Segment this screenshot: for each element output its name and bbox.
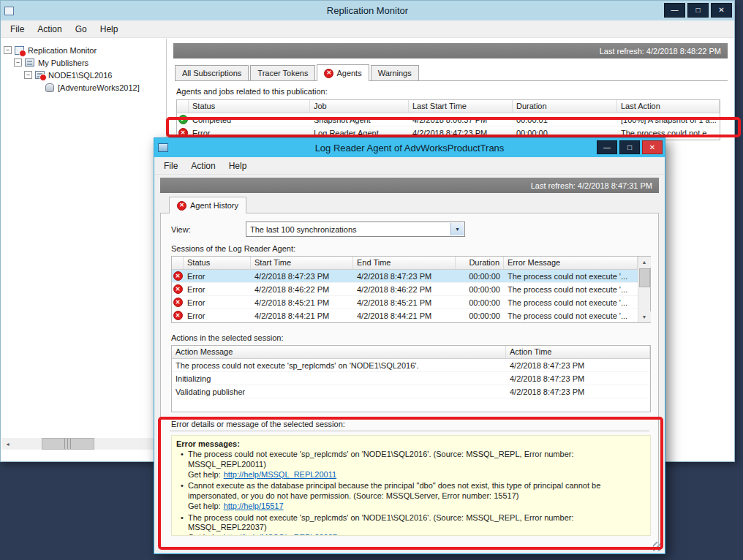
scroll-up-icon[interactable]: ▲ [638, 257, 651, 268]
view-dropdown[interactable]: The last 100 synchronizations ▼ [246, 222, 465, 237]
desktop-background: Replication Monitor — □ ✕ File Action Go… [0, 0, 743, 560]
column-header-last-start-time[interactable]: Last Start Time [409, 100, 513, 113]
duration-cell: 00:00:00 [456, 298, 504, 307]
sessions-vertical-scrollbar[interactable]: ▲ ▼ [638, 257, 650, 322]
tree-expander-icon[interactable]: − [4, 46, 12, 54]
dialog-menubar: File Action Help [154, 157, 665, 175]
error-message-cell: The process could not execute '... [504, 285, 638, 294]
session-row[interactable]: ✕ Error 4/2/2018 8:46:22 PM 4/2/2018 8:4… [172, 283, 638, 296]
scroll-down-icon[interactable]: ▼ [638, 311, 651, 322]
tab-label: Agent History [190, 201, 238, 210]
error-icon: ✕ [173, 271, 183, 281]
menu-help[interactable]: Help [94, 22, 125, 37]
column-header-duration[interactable]: Duration [456, 257, 504, 269]
column-header-action-time[interactable]: Action Time [506, 346, 650, 358]
action-row[interactable]: The process could not execute 'sp_replcm… [172, 359, 650, 372]
dialog-tabs: ✕ Agent History [169, 197, 246, 213]
action-message-cell: Initializing [172, 374, 506, 383]
close-button[interactable]: ✕ [642, 140, 663, 154]
status-cell: Error [184, 272, 251, 281]
column-header-icon[interactable] [172, 257, 184, 269]
sessions-table-header: Status Start Time End Time Duration Erro… [172, 257, 638, 270]
main-menubar: File Action Go Help [1, 20, 734, 38]
agents-table-header: Status Job Last Start Time Duration Last… [177, 100, 720, 113]
replication-monitor-icon [15, 46, 24, 55]
end-time-cell: 4/2/2018 8:46:22 PM [353, 285, 456, 294]
column-header-icon[interactable] [177, 100, 189, 113]
tree-item-replication-monitor[interactable]: − Replication Monitor [1, 44, 166, 56]
dialog-titlebar[interactable]: Log Reader Agent of AdvWorksProductTrans… [154, 138, 665, 157]
column-header-last-action[interactable]: Last Action [617, 100, 720, 113]
menu-help[interactable]: Help [222, 159, 254, 173]
menu-go[interactable]: Go [69, 22, 94, 37]
tree-expander-icon[interactable]: − [14, 58, 22, 67]
duration-cell: 00:00:00 [456, 285, 504, 294]
menu-action[interactable]: Action [31, 22, 68, 37]
scrollbar-thumb[interactable] [42, 438, 94, 450]
tree-horizontal-scrollbar[interactable]: ◄ ► [1, 438, 165, 450]
main-titlebar[interactable]: Replication Monitor — □ ✕ [1, 1, 734, 20]
column-header-status[interactable]: Status [189, 100, 310, 113]
action-row[interactable]: Initializing 4/2/2018 8:47:23 PM [172, 372, 650, 385]
tree-expander-icon[interactable]: − [24, 71, 32, 79]
action-row[interactable]: Validating publisher 4/2/2018 8:47:23 PM [172, 385, 650, 398]
start-time-cell: 4/2/2018 8:45:21 PM [251, 298, 353, 307]
session-row[interactable]: ✕ Error 4/2/2018 8:44:21 PM 4/2/2018 8:4… [172, 309, 638, 322]
error-icon: ✕ [173, 311, 183, 320]
tab-agent-history[interactable]: ✕ Agent History [169, 197, 246, 213]
tree-item-my-publishers[interactable]: − My Publishers [1, 56, 166, 69]
tab-all-subscriptions[interactable]: All Subscriptions [175, 65, 249, 80]
maximize-button[interactable]: □ [619, 140, 640, 154]
error-message-cell: The process could not execute '... [504, 298, 638, 307]
close-icon: ✕ [649, 144, 655, 151]
start-time-cell: 4/2/2018 8:44:21 PM [251, 311, 353, 320]
tab-agents[interactable]: ✕ Agents [317, 64, 369, 81]
session-row[interactable]: ✕ Error 4/2/2018 8:47:23 PM 4/2/2018 8:4… [172, 270, 638, 283]
tree-item-adventureworks2012[interactable]: [AdventureWorks2012] [1, 81, 166, 94]
tab-warnings[interactable]: Warnings [371, 65, 419, 80]
end-time-cell: 4/2/2018 8:45:21 PM [353, 298, 456, 307]
action-time-cell: 4/2/2018 8:47:23 PM [506, 387, 650, 396]
tree-item-node1-sql2016[interactable]: − NODE1\SQL2016 [1, 69, 166, 81]
column-header-duration[interactable]: Duration [513, 100, 617, 113]
action-time-cell: 4/2/2018 8:47:23 PM [506, 361, 650, 370]
column-header-status[interactable]: Status [184, 257, 251, 269]
annotation-error-details-highlight [158, 417, 663, 550]
chevron-down-icon[interactable]: ▼ [450, 223, 464, 235]
menu-file[interactable]: File [157, 159, 184, 173]
session-row[interactable]: ✕ Error 4/2/2018 8:45:21 PM 4/2/2018 8:4… [172, 296, 638, 309]
column-header-action-message[interactable]: Action Message [172, 346, 506, 358]
maximize-icon: □ [695, 7, 700, 14]
column-header-start-time[interactable]: Start Time [251, 257, 353, 269]
close-button[interactable]: ✕ [711, 3, 732, 18]
publication-tabs: All Subscriptions Tracer Tokens ✕ Agents… [175, 64, 728, 81]
end-time-cell: 4/2/2018 8:47:23 PM [353, 272, 456, 281]
minimize-button[interactable]: — [597, 140, 617, 154]
tab-tracer-tokens[interactable]: Tracer Tokens [250, 65, 315, 80]
scrollbar-thumb[interactable] [639, 268, 650, 287]
error-message-cell: The process could not execute '... [504, 272, 638, 281]
duration-cell: 00:00:00 [456, 311, 504, 320]
view-label: View: [171, 225, 246, 234]
minimize-icon: — [671, 7, 679, 14]
menu-file[interactable]: File [4, 22, 31, 37]
column-header-job[interactable]: Job [310, 100, 409, 113]
scrollbar-track[interactable] [14, 438, 153, 450]
column-header-end-time[interactable]: End Time [353, 257, 456, 269]
minimize-button[interactable]: — [664, 3, 685, 18]
tree-item-label: [AdventureWorks2012] [58, 83, 140, 92]
tab-label: Warnings [378, 69, 412, 77]
scrollbar-track[interactable] [638, 268, 651, 311]
actions-table: Action Message Action Time The process c… [171, 345, 651, 412]
error-icon: ✕ [173, 298, 183, 307]
menu-action[interactable]: Action [184, 159, 222, 173]
status-cell: Error [184, 298, 251, 307]
error-icon: ✕ [173, 284, 183, 294]
maximize-button[interactable]: □ [687, 3, 709, 18]
scroll-left-icon[interactable]: ◄ [1, 438, 14, 450]
column-header-error-message[interactable]: Error Message [504, 257, 638, 269]
minimize-icon: — [603, 144, 611, 151]
tree-item-label: NODE1\SQL2016 [48, 71, 112, 80]
publishers-icon [25, 58, 34, 67]
action-time-cell: 4/2/2018 8:47:23 PM [506, 374, 650, 383]
